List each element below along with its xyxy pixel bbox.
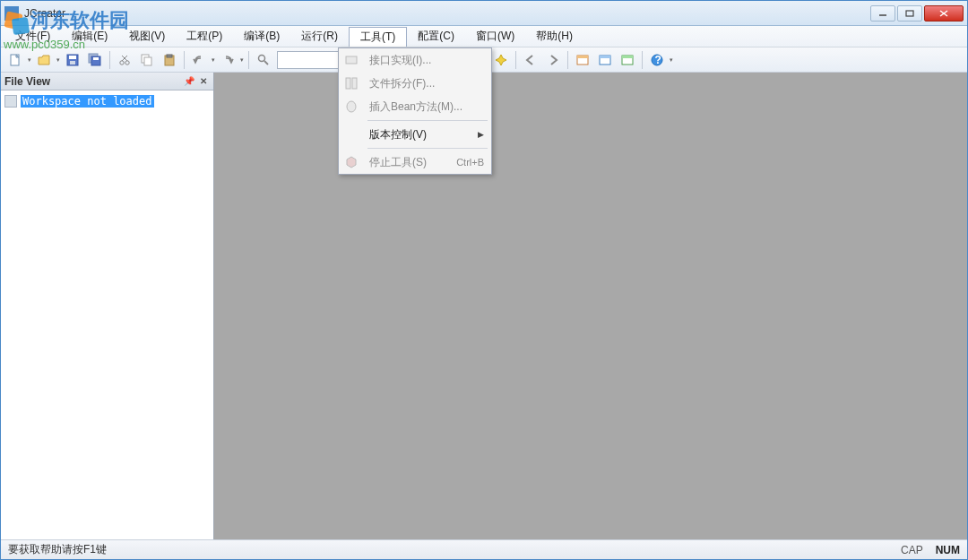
split-icon bbox=[339, 72, 364, 95]
save-button[interactable] bbox=[63, 50, 82, 70]
bean-icon bbox=[339, 95, 364, 118]
shortcut-label: Ctrl+B bbox=[456, 157, 484, 168]
svg-rect-18 bbox=[167, 55, 172, 57]
file-view-panel: File View 📌 ✕ Workspace not loaded bbox=[1, 73, 214, 539]
menu-edit[interactable]: 编辑(E) bbox=[61, 26, 118, 47]
svg-rect-36 bbox=[346, 56, 357, 64]
workspace-icon bbox=[4, 95, 17, 108]
interface-icon bbox=[339, 48, 364, 72]
svg-rect-29 bbox=[577, 56, 588, 58]
menu-window[interactable]: 窗口(W) bbox=[465, 26, 525, 47]
menu-file-split: 文件拆分(F)... bbox=[339, 72, 491, 95]
pin-icon[interactable]: 📌 bbox=[183, 75, 195, 88]
close-button[interactable] bbox=[924, 5, 964, 22]
maximize-button[interactable] bbox=[897, 5, 922, 22]
app-icon bbox=[4, 6, 19, 21]
nav-forward-button[interactable] bbox=[543, 50, 563, 70]
new-file-dropdown[interactable]: ▾ bbox=[27, 50, 32, 70]
file-tree[interactable]: Workspace not loaded bbox=[1, 90, 213, 539]
svg-rect-38 bbox=[352, 78, 357, 89]
open-button[interactable] bbox=[34, 50, 54, 70]
menu-view[interactable]: 视图(V) bbox=[118, 26, 176, 47]
editor-area bbox=[214, 73, 967, 539]
menu-bar: 文件(F) 编辑(E) 视图(V) 工程(P) 编译(B) 运行(R) 工具(T… bbox=[1, 26, 967, 47]
svg-rect-33 bbox=[622, 56, 633, 58]
menu-interface-impl: 接口实现(I)... bbox=[339, 48, 491, 72]
submenu-arrow-icon: ▶ bbox=[478, 130, 484, 139]
undo-dropdown[interactable]: ▾ bbox=[211, 50, 216, 70]
svg-marker-40 bbox=[347, 157, 356, 168]
redo-button[interactable] bbox=[218, 50, 238, 70]
menu-project[interactable]: 工程(P) bbox=[176, 26, 233, 47]
svg-rect-37 bbox=[346, 78, 350, 89]
status-num: NUM bbox=[936, 544, 960, 556]
svg-point-12 bbox=[125, 60, 129, 64]
menu-configure[interactable]: 配置(C) bbox=[407, 26, 465, 47]
menu-tools[interactable]: 工具(T) bbox=[349, 27, 407, 47]
redo-dropdown[interactable]: ▾ bbox=[239, 50, 245, 70]
svg-point-19 bbox=[259, 55, 265, 61]
save-all-button[interactable] bbox=[85, 50, 105, 70]
tree-node[interactable]: Workspace not loaded bbox=[4, 94, 210, 108]
help-dropdown[interactable]: ▾ bbox=[669, 50, 674, 70]
svg-marker-27 bbox=[496, 55, 506, 65]
cut-button[interactable] bbox=[115, 50, 134, 70]
tools-dropdown-menu: 接口实现(I)... 文件拆分(F)... 插入Bean方法(M)... 版本控… bbox=[338, 47, 492, 175]
paste-button[interactable] bbox=[160, 50, 179, 70]
svg-rect-7 bbox=[70, 61, 75, 65]
panel-title: File View bbox=[4, 75, 50, 88]
menu-separator bbox=[367, 120, 488, 121]
menu-help[interactable]: 帮助(H) bbox=[525, 26, 583, 47]
menu-version-control[interactable]: 版本控制(V) ▶ bbox=[339, 123, 491, 146]
debug-button[interactable] bbox=[491, 50, 511, 70]
minimize-button[interactable] bbox=[870, 5, 895, 22]
panel-close-icon[interactable]: ✕ bbox=[197, 75, 210, 88]
undo-button[interactable] bbox=[189, 50, 209, 70]
copy-button[interactable] bbox=[137, 50, 157, 70]
menu-insert-bean: 插入Bean方法(M)... bbox=[339, 95, 491, 118]
output-button[interactable] bbox=[618, 50, 637, 70]
menu-build[interactable]: 编译(B) bbox=[233, 26, 290, 47]
title-bar[interactable]: JCreator bbox=[1, 1, 967, 26]
svg-rect-16 bbox=[144, 57, 151, 65]
status-cap: CAP bbox=[901, 544, 923, 556]
menu-stop-tool: 停止工具(S) Ctrl+B bbox=[339, 151, 491, 174]
tree-node-label: Workspace not loaded bbox=[21, 95, 154, 108]
svg-rect-1 bbox=[906, 11, 913, 16]
open-dropdown[interactable]: ▾ bbox=[56, 50, 61, 70]
menu-run[interactable]: 运行(R) bbox=[290, 26, 349, 47]
svg-text:?: ? bbox=[655, 54, 661, 66]
nav-back-button[interactable] bbox=[521, 50, 540, 70]
svg-line-20 bbox=[264, 61, 268, 65]
help-button[interactable]: ? bbox=[647, 50, 667, 70]
svg-rect-10 bbox=[93, 57, 99, 60]
svg-rect-6 bbox=[69, 56, 76, 59]
svg-point-39 bbox=[347, 101, 356, 112]
svg-rect-31 bbox=[600, 56, 610, 58]
window-title: JCreator bbox=[24, 7, 870, 20]
workspace-button[interactable] bbox=[573, 50, 592, 70]
stop-icon bbox=[339, 151, 364, 174]
status-bar: 要获取帮助请按F1键 CAP NUM bbox=[1, 539, 967, 559]
new-file-button[interactable] bbox=[5, 50, 25, 70]
svg-point-11 bbox=[120, 60, 124, 64]
menu-file[interactable]: 文件(F) bbox=[4, 26, 61, 47]
find-button[interactable] bbox=[254, 50, 273, 70]
menu-separator bbox=[367, 148, 488, 149]
class-view-button[interactable] bbox=[595, 50, 615, 70]
status-help-text: 要获取帮助请按F1键 bbox=[8, 542, 107, 557]
